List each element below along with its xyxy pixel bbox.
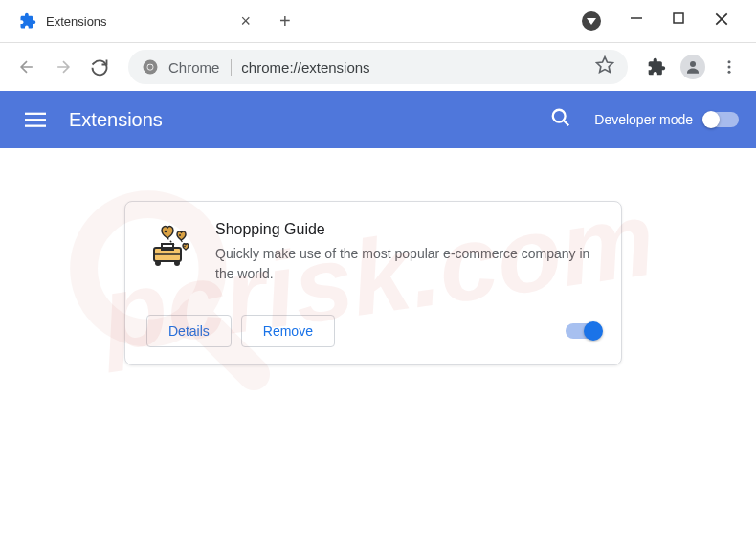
svg-point-22 [155, 260, 161, 266]
browser-tab[interactable]: Extensions × [8, 3, 266, 39]
extensions-toolbar-icon[interactable] [641, 52, 672, 82]
extension-card: Shopping Guide Quickly make use of the m… [124, 201, 622, 365]
extensions-header: Extensions Developer mode [0, 91, 756, 148]
tab-search-button[interactable] [582, 11, 601, 31]
svg-point-25 [179, 234, 181, 236]
svg-marker-9 [597, 57, 613, 73]
svg-rect-14 [25, 113, 46, 115]
svg-point-24 [165, 231, 167, 233]
extension-app-icon [148, 221, 194, 267]
svg-rect-16 [25, 125, 46, 127]
reload-button[interactable] [84, 52, 115, 82]
details-button[interactable]: Details [146, 315, 232, 347]
profile-button[interactable] [678, 52, 708, 82]
tab-title: Extensions [46, 14, 236, 29]
svg-line-18 [564, 121, 569, 126]
close-window-button[interactable] [714, 11, 729, 31]
tab-close-icon[interactable]: × [236, 11, 255, 32]
svg-point-13 [728, 71, 731, 74]
minimize-button[interactable] [630, 11, 643, 31]
back-button[interactable] [11, 52, 42, 82]
page-title: Extensions [69, 109, 543, 131]
search-button[interactable] [543, 99, 579, 140]
window-titlebar: Extensions × + [0, 0, 756, 43]
svg-rect-3 [674, 13, 683, 23]
svg-point-26 [184, 246, 186, 248]
omnibox[interactable]: Chrome chrome://extensions [128, 50, 628, 84]
remove-button[interactable]: Remove [241, 315, 335, 347]
svg-point-8 [147, 64, 152, 69]
forward-button[interactable] [48, 52, 78, 82]
address-bar: Chrome chrome://extensions [0, 43, 756, 91]
developer-mode-toggle[interactable] [704, 112, 739, 127]
puzzle-icon [19, 12, 36, 30]
chrome-icon [142, 58, 159, 76]
svg-point-12 [728, 66, 731, 69]
svg-point-23 [174, 260, 180, 266]
extension-description: Quickly make use of the most popular e-c… [215, 244, 598, 284]
extension-enable-toggle[interactable] [566, 323, 600, 339]
content-area: Shopping Guide Quickly make use of the m… [0, 148, 756, 418]
bookmark-star-icon[interactable] [595, 55, 614, 78]
new-tab-button[interactable]: + [266, 11, 304, 33]
svg-point-17 [553, 110, 566, 122]
developer-mode-label: Developer mode [594, 112, 693, 127]
svg-point-11 [728, 60, 731, 63]
menu-button[interactable] [714, 52, 745, 82]
svg-rect-15 [25, 119, 46, 121]
hamburger-menu-button[interactable] [17, 101, 54, 138]
extension-name: Shopping Guide [215, 221, 598, 238]
svg-point-10 [690, 61, 696, 67]
url-path: chrome://extensions [241, 59, 586, 76]
maximize-button[interactable] [672, 11, 685, 31]
url-scheme: Chrome [168, 59, 232, 76]
